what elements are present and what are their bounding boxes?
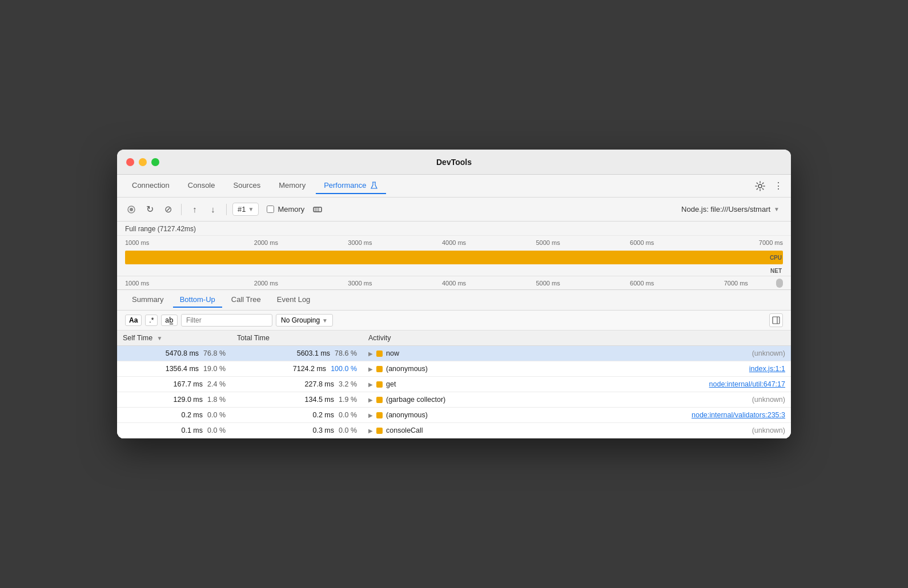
window-title: DevTools — [436, 158, 472, 167]
cell-activity: ▶ now (unknown) — [363, 346, 791, 361]
expand-icon[interactable]: ▶ — [368, 397, 373, 403]
activity-color — [376, 381, 383, 388]
cell-total-time: 134.5 ms1.9 % — [231, 392, 363, 408]
minimize-button[interactable] — [139, 158, 147, 166]
scrollbar-handle[interactable] — [776, 279, 783, 288]
grouping-dropdown-icon: ▼ — [322, 317, 328, 324]
expand-icon[interactable]: ▶ — [368, 381, 373, 388]
memory-icon — [310, 202, 325, 217]
tab-bottom-up[interactable]: Bottom-Up — [173, 292, 222, 308]
settings-icon[interactable] — [754, 180, 766, 192]
maximize-button[interactable] — [151, 158, 159, 166]
cell-self-time: 1356.4 ms19.0 % — [117, 361, 231, 377]
clear-button[interactable]: ⊘ — [160, 202, 175, 217]
filter-input[interactable] — [181, 314, 272, 327]
activity-source[interactable]: node:internal/validators:235:3 — [692, 411, 785, 419]
ruler-tick-2000: 2000 ms — [219, 239, 314, 246]
grouping-select[interactable]: No Grouping ▼ — [276, 314, 333, 327]
filter-case-button[interactable]: Aa — [125, 315, 142, 326]
table-row[interactable]: 5470.8 ms76.8 %5603.1 ms78.6 % ▶ now (un… — [117, 346, 791, 361]
header-self-time[interactable]: Self Time ▼ — [117, 331, 231, 346]
filter-regex-button[interactable]: .* — [145, 315, 158, 326]
activity-color — [376, 428, 383, 434]
grouping-label: No Grouping — [281, 316, 320, 324]
svg-rect-8 — [773, 317, 780, 324]
title-bar: DevTools — [117, 150, 791, 175]
cell-total-time: 227.8 ms3.2 % — [231, 377, 363, 392]
activity-name: (anonymous) — [386, 411, 428, 419]
tab-call-tree[interactable]: Call Tree — [224, 292, 268, 308]
table-row[interactable]: 167.7 ms2.4 %227.8 ms3.2 % ▶ get node:in… — [117, 377, 791, 392]
activity-color — [376, 366, 383, 372]
node-target-label: Node.js: file:///Users/stmart — [681, 205, 770, 214]
activity-name: (anonymous) — [386, 365, 428, 373]
tab-sources[interactable]: Sources — [225, 178, 268, 194]
tab-console[interactable]: Console — [180, 178, 223, 194]
tab-event-log[interactable]: Event Log — [270, 292, 318, 308]
table-row[interactable]: 0.1 ms0.0 %0.3 ms0.0 % ▶ consoleCall (un… — [117, 423, 791, 438]
activity-color — [376, 397, 383, 403]
timeline-ruler-bottom: 1000 ms 2000 ms 3000 ms 4000 ms 5000 ms … — [117, 276, 791, 289]
cpu-label: CPU — [770, 255, 782, 261]
tab-summary[interactable]: Summary — [125, 292, 171, 308]
net-label: NET — [770, 268, 782, 274]
filter-whole-word-button[interactable]: ab̲ — [161, 315, 178, 326]
table-body: 5470.8 ms76.8 %5603.1 ms78.6 % ▶ now (un… — [117, 346, 791, 438]
header-activity: Activity — [363, 331, 791, 346]
expand-icon[interactable]: ▶ — [368, 351, 373, 357]
net-bar-row: NET — [117, 265, 791, 276]
ruler-tick-b-5000: 5000 ms — [501, 280, 595, 287]
table-row[interactable]: 0.2 ms0.0 %0.2 ms0.0 % ▶ (anonymous) nod… — [117, 408, 791, 423]
ruler-tick-b-1000: 1000 ms — [125, 280, 219, 287]
header-total-time[interactable]: Total Time — [231, 331, 363, 346]
tab-memory[interactable]: Memory — [271, 178, 314, 194]
tab-connection[interactable]: Connection — [124, 178, 178, 194]
table-row[interactable]: 1356.4 ms19.0 %7124.2 ms100.0 % ▶ (anony… — [117, 361, 791, 377]
cell-activity: ▶ (garbage collector) (unknown) — [363, 392, 791, 408]
table-row[interactable]: 129.0 ms1.8 %134.5 ms1.9 % ▶ (garbage co… — [117, 392, 791, 408]
cell-total-time: 0.2 ms0.0 % — [231, 408, 363, 423]
timeline-ruler-top: 1000 ms 2000 ms 3000 ms 4000 ms 5000 ms … — [117, 236, 791, 249]
ruler-tick-b-7000: 7000 ms — [689, 280, 783, 287]
activity-source: (unknown) — [752, 349, 785, 357]
tab-performance[interactable]: Performance — [316, 178, 385, 194]
range-bar: Full range (7127.42ms) — [117, 221, 791, 236]
performance-table: Self Time ▼ Total Time Activity 5470.8 m… — [117, 331, 791, 438]
panel-toggle-button[interactable] — [769, 313, 783, 327]
toolbar-right: Node.js: file:///Users/stmart ▼ — [677, 203, 784, 215]
expand-icon[interactable]: ▶ — [368, 412, 373, 418]
close-button[interactable] — [126, 158, 134, 166]
toolbar: ↻ ⊘ ↑ ↓ #1 ▼ Memory Node.js: file:///Use… — [117, 198, 791, 221]
upload-button[interactable]: ↑ — [187, 202, 202, 217]
cell-self-time: 129.0 ms1.8 % — [117, 392, 231, 408]
cell-activity: ▶ (anonymous) node:internal/validators:2… — [363, 408, 791, 423]
cell-activity: ▶ consoleCall (unknown) — [363, 423, 791, 438]
cpu-bar-row: CPU — [117, 249, 791, 265]
memory-label: Memory — [278, 205, 304, 214]
svg-point-1 — [758, 184, 762, 188]
record-button[interactable] — [124, 202, 139, 217]
recording-id: #1 — [238, 205, 246, 214]
cell-activity: ▶ get node:internal/util:647:17 — [363, 377, 791, 392]
expand-icon[interactable]: ▶ — [368, 428, 373, 434]
ruler-tick-b-6000: 6000 ms — [595, 280, 689, 287]
cell-self-time: 5470.8 ms76.8 % — [117, 346, 231, 361]
recording-select[interactable]: #1 ▼ — [232, 203, 259, 216]
more-options-icon[interactable]: ⋮ — [773, 180, 784, 192]
toolbar-divider-1 — [181, 204, 182, 215]
cell-activity: ▶ (anonymous) index.js:1:1 — [363, 361, 791, 377]
activity-source[interactable]: node:internal/util:647:17 — [709, 380, 785, 388]
reload-button[interactable]: ↻ — [142, 202, 157, 217]
activity-source[interactable]: index.js:1:1 — [749, 365, 785, 373]
traffic-lights — [126, 158, 159, 166]
memory-checkbox-input[interactable] — [267, 206, 274, 213]
tab-bar-icons: ⋮ — [754, 180, 784, 192]
activity-name: consoleCall — [386, 426, 423, 434]
download-button[interactable]: ↓ — [206, 202, 220, 217]
ruler-tick-b-3000: 3000 ms — [313, 280, 407, 287]
cell-total-time: 7124.2 ms100.0 % — [231, 361, 363, 377]
recording-dropdown-icon: ▼ — [248, 206, 254, 212]
range-label: Full range (7127.42ms) — [125, 225, 196, 233]
node-target-select[interactable]: Node.js: file:///Users/stmart ▼ — [677, 203, 784, 215]
expand-icon[interactable]: ▶ — [368, 366, 373, 372]
